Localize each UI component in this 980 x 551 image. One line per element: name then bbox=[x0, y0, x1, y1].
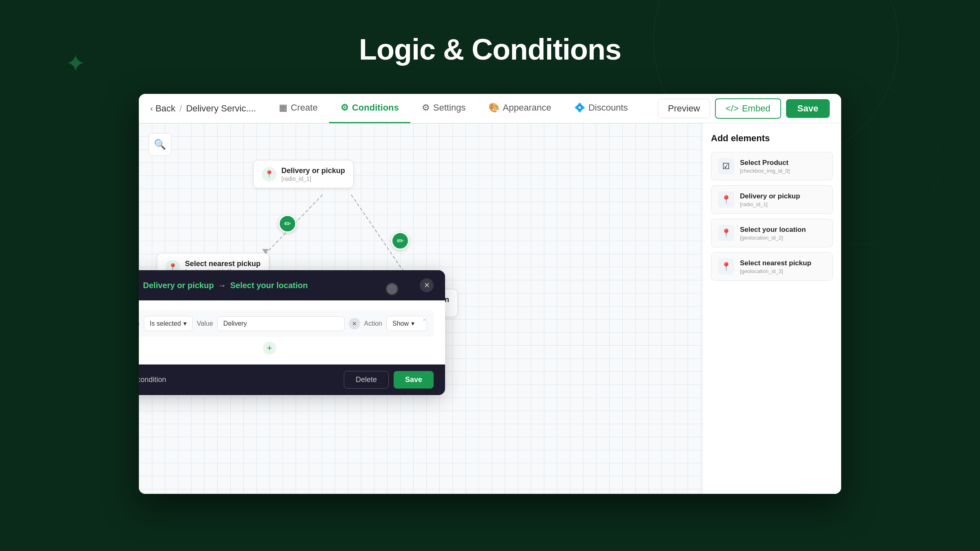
tab-conditions[interactable]: ⚙ Conditions bbox=[329, 94, 410, 123]
preview-button[interactable]: Preview bbox=[658, 99, 710, 118]
sidebar-title: Add elements bbox=[711, 133, 833, 144]
action-value: Show bbox=[392, 320, 409, 327]
connector-edit-right[interactable]: ✏ bbox=[391, 232, 409, 250]
element-delivery-pickup[interactable]: 📍 Delivery or pickup [radio_id_1] bbox=[711, 185, 833, 214]
tab-create[interactable]: ▦ Create bbox=[267, 94, 329, 123]
nav-actions: Preview </> Embed Save bbox=[658, 98, 830, 119]
select-product-icon: ☑ bbox=[718, 158, 734, 174]
node-delivery-pickup[interactable]: 📍 Delivery or pickup [radio_id_1] bbox=[253, 160, 354, 188]
condition-chevron-icon: ▾ bbox=[183, 320, 187, 327]
tab-discounts[interactable]: 💠 Discounts bbox=[563, 94, 639, 123]
delivery-pickup-node-label: Delivery or pickup bbox=[281, 166, 345, 176]
embed-label: Embed bbox=[742, 103, 771, 114]
tab-appearance[interactable]: 🎨 Appearance bbox=[477, 94, 563, 123]
condition-label: Condition bbox=[139, 320, 140, 327]
select-product-id: [checkbox_img_id_0] bbox=[740, 168, 790, 174]
top-nav: ‹ Back / Delivery Servic.... ▦ Create ⚙ … bbox=[139, 94, 841, 123]
back-link[interactable]: ‹ Back / Delivery Servic.... bbox=[150, 103, 256, 114]
select-product-label: Select Product bbox=[740, 159, 790, 167]
breadcrumb-separator: / bbox=[180, 103, 182, 114]
discounts-icon: 💠 bbox=[574, 102, 585, 113]
modal-footer: + Add condition Delete Save bbox=[139, 364, 445, 395]
bg-star-1: ✦ bbox=[65, 49, 86, 78]
modal-footer-buttons: Delete Save bbox=[344, 371, 434, 389]
delivery-pickup-sidebar-label: Delivery or pickup bbox=[740, 192, 800, 200]
modal-header: Edit Link: Delivery or pickup → Select y… bbox=[139, 270, 445, 300]
row-close-button[interactable]: ✕ bbox=[419, 314, 430, 325]
conditions-icon: ⚙ bbox=[341, 102, 349, 113]
app-window: ‹ Back / Delivery Servic.... ▦ Create ⚙ … bbox=[139, 94, 841, 494]
delivery-pickup-node-icon: 📍 bbox=[262, 167, 276, 182]
tab-discounts-label: Discounts bbox=[588, 102, 628, 113]
edit-link-modal: Edit Link: Delivery or pickup → Select y… bbox=[139, 270, 445, 395]
condition-select[interactable]: Is selected ▾ bbox=[144, 316, 193, 331]
nearest-pickup-sidebar-id: [geolocation_id_3] bbox=[740, 268, 811, 274]
tab-settings[interactable]: ⚙ Settings bbox=[410, 94, 477, 123]
nearest-pickup-sidebar-label: Select nearest pickup bbox=[740, 259, 811, 267]
delivery-pickup-sidebar-id: [radio_id_1] bbox=[740, 201, 800, 207]
nearest-pickup-label: Select nearest pickup bbox=[185, 259, 261, 269]
value-text: Delivery bbox=[223, 320, 247, 327]
settings-icon: ⚙ bbox=[422, 102, 430, 113]
modal-link-arrow: → bbox=[218, 281, 226, 290]
element-select-location[interactable]: 📍 Select your location [geolocation_id_2… bbox=[711, 219, 833, 247]
create-icon: ▦ bbox=[279, 102, 287, 113]
element-nearest-pickup[interactable]: 📍 Select nearest pickup [geolocation_id_… bbox=[711, 252, 833, 281]
canvas-search-button[interactable]: 🔍 bbox=[149, 133, 172, 156]
modal-link-to: Select your location bbox=[230, 281, 308, 290]
modal-close-button[interactable]: ✕ bbox=[420, 278, 434, 292]
right-sidebar: Add elements ☑ Select Product [checkbox_… bbox=[702, 123, 841, 494]
value-clear-button[interactable]: ✕ bbox=[349, 318, 360, 329]
add-condition-button[interactable]: + Add condition bbox=[139, 373, 166, 387]
delivery-pickup-node-id: [radio_id_1] bbox=[281, 176, 345, 182]
modal-save-button[interactable]: Save bbox=[394, 371, 434, 389]
canvas-main[interactable]: 🔍 📍 Delivery or pickup [radio_id_1] bbox=[139, 123, 702, 494]
tab-settings-label: Settings bbox=[433, 102, 466, 113]
modal-body: Condition Is selected ▾ Value Delivery ✕… bbox=[139, 300, 445, 364]
save-button[interactable]: Save bbox=[786, 99, 830, 118]
element-select-product[interactable]: ☑ Select Product [checkbox_img_id_0] bbox=[711, 152, 833, 180]
delivery-pickup-sidebar-icon: 📍 bbox=[718, 191, 734, 208]
tab-conditions-label: Conditions bbox=[352, 102, 399, 113]
connector-edit-left[interactable]: ✏ bbox=[278, 215, 296, 233]
select-location-sidebar-label: Select your location bbox=[740, 226, 806, 234]
select-location-sidebar-id: [geolocation_id_2] bbox=[740, 235, 806, 241]
tab-create-label: Create bbox=[291, 102, 318, 113]
back-label: Back bbox=[156, 103, 176, 114]
modal-link-from: Delivery or pickup bbox=[143, 281, 214, 290]
embed-button[interactable]: </> Embed bbox=[715, 98, 781, 119]
pencil-icon-left: ✏ bbox=[284, 219, 291, 229]
select-location-sidebar-icon: 📍 bbox=[718, 225, 734, 241]
delete-button[interactable]: Delete bbox=[344, 371, 389, 389]
action-label: Action bbox=[364, 320, 382, 327]
tab-appearance-label: Appearance bbox=[503, 102, 551, 113]
add-condition-label: Add condition bbox=[139, 375, 166, 384]
add-row-button[interactable]: + bbox=[263, 342, 276, 355]
breadcrumb-label: Delivery Servic.... bbox=[186, 103, 256, 114]
nav-tabs: ▦ Create ⚙ Conditions ⚙ Settings 🎨 Appea… bbox=[267, 94, 658, 123]
embed-code-icon: </> bbox=[726, 103, 739, 114]
nearest-pickup-sidebar-icon: 📍 bbox=[718, 258, 734, 275]
condition-value-input[interactable]: Delivery bbox=[217, 316, 345, 331]
action-chevron-icon: ▾ bbox=[411, 320, 414, 327]
search-icon: 🔍 bbox=[154, 139, 166, 150]
condition-value: Is selected bbox=[150, 320, 181, 327]
condition-row: Condition Is selected ▾ Value Delivery ✕… bbox=[139, 310, 434, 337]
pencil-icon-right: ✏ bbox=[397, 236, 404, 246]
value-label: Value bbox=[197, 320, 213, 327]
modal-header-content: Edit Link: Delivery or pickup → Select y… bbox=[139, 281, 308, 290]
appearance-icon: 🎨 bbox=[488, 102, 499, 113]
canvas-area: 🔍 📍 Delivery or pickup [radio_id_1] bbox=[139, 123, 841, 494]
back-arrow-icon: ‹ bbox=[150, 104, 153, 113]
